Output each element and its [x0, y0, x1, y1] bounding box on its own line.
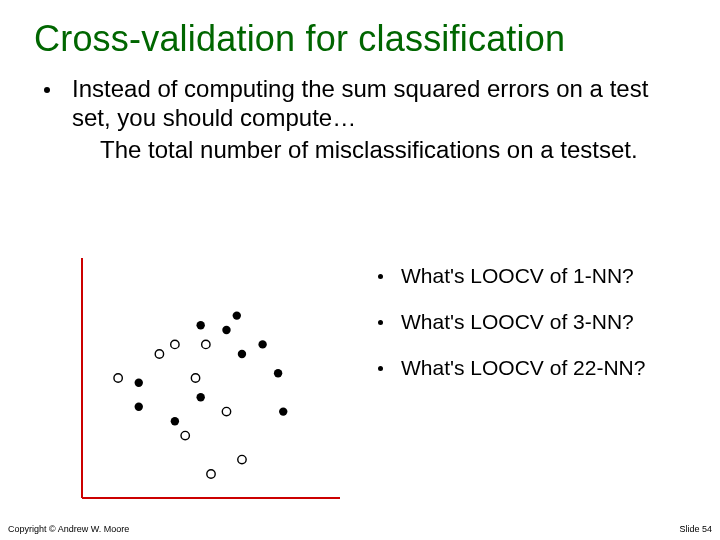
slide-number: Slide 54 — [679, 524, 712, 534]
data-point-hollow — [114, 374, 122, 382]
question-1-text: What's LOOCV of 1-NN? — [401, 264, 634, 288]
bullet-dot-icon — [44, 87, 50, 93]
data-point-hollow — [207, 470, 215, 478]
bullet-dot-icon — [378, 366, 383, 371]
bullet-main-text: Instead of computing the sum squared err… — [72, 74, 680, 133]
data-point-filled — [274, 369, 282, 377]
data-point-filled — [238, 350, 246, 358]
scatter-plot — [72, 258, 342, 512]
data-point-filled — [135, 379, 143, 387]
question-2-text: What's LOOCV of 3-NN? — [401, 310, 634, 334]
data-point-hollow — [191, 374, 199, 382]
bullet-main: Instead of computing the sum squared err… — [40, 74, 680, 133]
data-point-hollow — [222, 407, 230, 415]
bullet-sub-text: The total number of misclassifications o… — [100, 135, 680, 164]
data-point-filled — [171, 417, 179, 425]
question-3-text: What's LOOCV of 22-NN? — [401, 356, 645, 380]
data-point-hollow — [238, 455, 246, 463]
data-point-hollow — [155, 350, 163, 358]
copyright-text: Copyright © Andrew W. Moore — [8, 524, 129, 534]
data-point-filled — [233, 311, 241, 319]
slide: Cross-validation for classification Inst… — [0, 0, 720, 540]
question-1: What's LOOCV of 1-NN? — [378, 264, 645, 288]
data-point-hollow — [171, 340, 179, 348]
data-point-hollow — [202, 340, 210, 348]
slide-body: Instead of computing the sum squared err… — [0, 60, 720, 164]
data-point-filled — [196, 393, 204, 401]
question-2: What's LOOCV of 3-NN? — [378, 310, 645, 334]
questions-list: What's LOOCV of 1-NN? What's LOOCV of 3-… — [378, 264, 645, 402]
data-point-filled — [258, 340, 266, 348]
question-3: What's LOOCV of 22-NN? — [378, 356, 645, 380]
data-point-filled — [279, 407, 287, 415]
data-point-filled — [222, 326, 230, 334]
data-point-filled — [135, 403, 143, 411]
bullet-dot-icon — [378, 320, 383, 325]
scatter-svg — [72, 258, 342, 508]
bullet-dot-icon — [378, 274, 383, 279]
slide-title: Cross-validation for classification — [0, 0, 720, 60]
data-point-hollow — [181, 431, 189, 439]
data-point-filled — [196, 321, 204, 329]
